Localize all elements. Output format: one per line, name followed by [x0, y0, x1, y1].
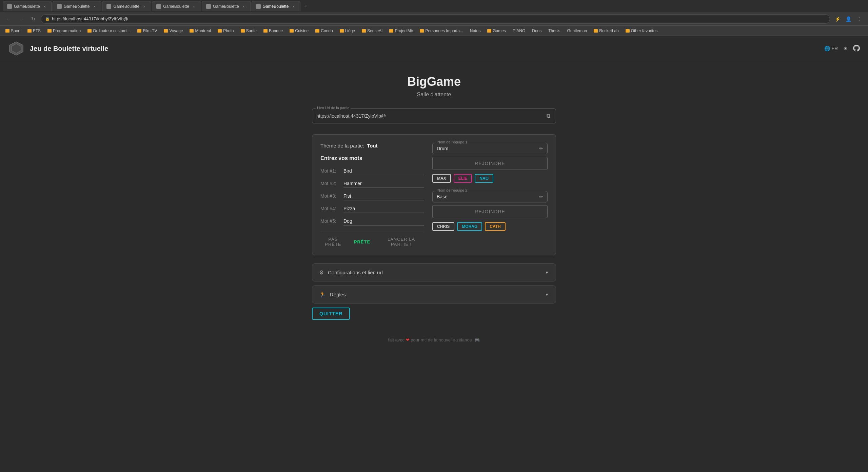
team2-label: Nom de l'équipe 2: [436, 188, 469, 192]
bookmark-filmtv[interactable]: Film-TV: [135, 28, 160, 34]
word-row-1: Mot #1:: [320, 167, 424, 175]
browser-tab-1[interactable]: GameBoulette ×: [3, 1, 52, 11]
word-input-5[interactable]: [343, 217, 424, 225]
folder-icon: [594, 29, 598, 33]
extensions-button[interactable]: ⚡: [833, 14, 842, 24]
footer: fait avec ❤ pour mtl de la nouvelle-zéla…: [312, 331, 556, 349]
reload-button[interactable]: ↻: [28, 14, 38, 24]
game-subtitle: Salle d'attente: [312, 92, 556, 98]
browser-tab-6[interactable]: GameBoulette ×: [252, 1, 301, 11]
bookmark-label: Condo: [321, 28, 333, 33]
browser-tab-5[interactable]: GameBoulette ×: [202, 1, 251, 11]
bookmark-notes[interactable]: Notes: [467, 28, 483, 34]
team1-join-button[interactable]: REJOINDRE: [432, 157, 548, 170]
copy-url-button[interactable]: ⧉: [545, 112, 552, 120]
chevron-down-icon: ▼: [545, 270, 549, 275]
back-button[interactable]: ←: [4, 14, 14, 24]
game-panel: Thème de la partie: Tout Entrez vos mots…: [312, 134, 556, 255]
bookmark-label: Programmation: [53, 28, 81, 33]
github-icon[interactable]: [853, 45, 860, 53]
tab-close-3[interactable]: ×: [141, 4, 147, 9]
player-chip-cath[interactable]: CATH: [485, 222, 505, 231]
address-text: https://localhost:44317/lobby/ZylbVlb@: [52, 16, 826, 21]
tab-close-5[interactable]: ×: [241, 4, 246, 9]
folder-icon: [190, 29, 194, 33]
accordion-left: 🏃 Règles: [319, 291, 346, 298]
bookmark-personnes[interactable]: Personnes Importa...: [417, 28, 466, 34]
team1-label: Nom de l'équipe 1: [436, 140, 469, 144]
bookmark-voyage[interactable]: Voyage: [161, 28, 185, 34]
url-field-row: https://localhost:44317/ZylbVlb@ ⧉: [316, 112, 552, 120]
footer-text: fait avec: [388, 337, 405, 342]
word-input-1[interactable]: [343, 167, 424, 175]
bookmark-condo[interactable]: Condo: [313, 28, 335, 34]
bookmark-label: ETS: [33, 28, 41, 33]
bookmark-programmation[interactable]: Programmation: [45, 28, 83, 34]
word-input-2[interactable]: [343, 179, 424, 188]
configurations-accordion-header[interactable]: ⚙ Configurations et lien url ▼: [312, 264, 556, 281]
bookmark-thesis[interactable]: Thesis: [546, 28, 563, 34]
browser-tab-3[interactable]: GameBoulette ×: [102, 1, 151, 11]
theme-toggle[interactable]: ☀: [843, 46, 848, 51]
player-chip-morag[interactable]: MORAG: [457, 222, 482, 231]
forward-button[interactable]: →: [16, 14, 26, 24]
url-field-value: https://localhost:44317/ZylbVlb@: [316, 113, 386, 119]
bookmark-dons[interactable]: Dons: [529, 28, 544, 34]
accordion-left: ⚙ Configurations et lien url: [319, 269, 383, 276]
bookmark-projectmir[interactable]: ProjectMir: [387, 28, 416, 34]
bookmark-piano[interactable]: PIANO: [510, 28, 528, 34]
rules-accordion-header[interactable]: 🏃 Règles ▼: [312, 286, 556, 303]
profile-button[interactable]: 👤: [844, 14, 853, 24]
launch-button[interactable]: LANCER LA PARTIE !: [378, 237, 424, 247]
player-chip-nao[interactable]: NAO: [475, 174, 493, 183]
team2-join-button[interactable]: REJOINDRE: [432, 205, 548, 218]
words-section-title: Entrez vos mots: [320, 155, 424, 161]
menu-button[interactable]: ⋮: [854, 14, 864, 24]
team2-edit-button[interactable]: ✏: [539, 194, 543, 199]
team1-edit-button[interactable]: ✏: [539, 146, 543, 151]
bookmark-banque[interactable]: Banque: [261, 28, 285, 34]
bookmark-sport[interactable]: Sport: [3, 28, 23, 34]
tab-close-6[interactable]: ×: [291, 4, 296, 9]
ready-button[interactable]: PRÊTE: [354, 239, 370, 244]
address-bar[interactable]: 🔒 https://localhost:44317/lobby/ZylbVlb@: [41, 14, 830, 24]
bookmark-montreal[interactable]: Montreal: [187, 28, 214, 34]
player-chip-elie[interactable]: ELIE: [454, 174, 472, 183]
nav-bar: ← → ↻ 🔒 https://localhost:44317/lobby/Zy…: [0, 12, 868, 26]
bookmark-other-favorites[interactable]: Other favorites: [623, 28, 660, 34]
tab-close-2[interactable]: ×: [92, 4, 97, 9]
bookmark-rocketlab[interactable]: RocketLab: [591, 28, 621, 34]
tab-title-5: GameBoulette: [213, 4, 239, 9]
folder-icon: [87, 29, 92, 33]
player-chip-max[interactable]: MAX: [432, 174, 451, 183]
team2-players: CHRIS MORAG CATH: [432, 222, 548, 231]
bookmark-ordinateur[interactable]: Ordinateur customi...: [85, 28, 133, 34]
tab-favicon-2: [57, 4, 62, 9]
bookmark-liege[interactable]: Liège: [337, 28, 358, 34]
browser-tab-2[interactable]: GameBoulette ×: [53, 1, 102, 11]
not-ready-button[interactable]: PAS PRÊTE: [320, 237, 346, 247]
bookmark-photo[interactable]: Photo: [215, 28, 236, 34]
browser-tab-4[interactable]: GameBoulette ×: [152, 1, 201, 11]
bookmark-sante[interactable]: Sante: [238, 28, 259, 34]
tab-close-1[interactable]: ×: [42, 4, 47, 9]
bookmark-ets[interactable]: ETS: [25, 28, 43, 34]
browser-chrome: GameBoulette × GameBoulette × GameBoulet…: [0, 0, 868, 36]
site-logo: [8, 40, 24, 57]
bookmark-cuisine[interactable]: Cuisine: [287, 28, 311, 34]
footer-suffix: pour mtl de la nouvelle-zélande: [411, 337, 472, 342]
configurations-accordion: ⚙ Configurations et lien url ▼: [312, 263, 556, 281]
word-input-3[interactable]: [343, 192, 424, 200]
bookmark-senseai[interactable]: SenseAI: [359, 28, 385, 34]
language-selector[interactable]: 🌐 FR: [824, 46, 838, 51]
word-input-4[interactable]: [343, 204, 424, 213]
tab-close-4[interactable]: ×: [191, 4, 197, 9]
heart-icon: ❤: [406, 337, 411, 342]
lock-icon: 🔒: [45, 17, 50, 21]
bookmark-games[interactable]: Games: [485, 28, 509, 34]
new-tab-button[interactable]: +: [301, 1, 311, 11]
bookmark-label: Banque: [269, 28, 283, 33]
bookmark-gentleman[interactable]: Gentleman: [565, 28, 590, 34]
player-chip-chris[interactable]: CHRIS: [432, 222, 454, 231]
quit-button[interactable]: QUITTER: [312, 308, 350, 320]
